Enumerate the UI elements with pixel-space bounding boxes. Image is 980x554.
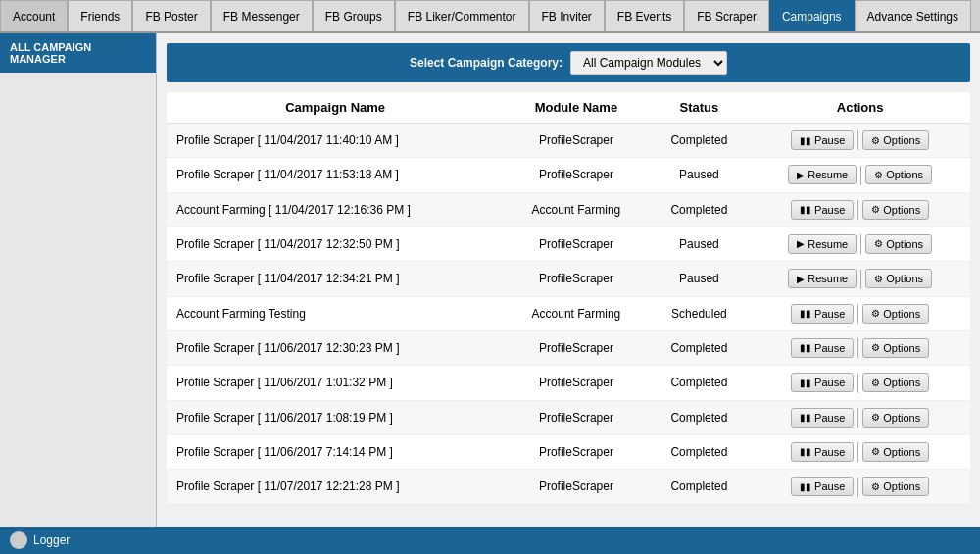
actions-cell: ▮▮Pause⚙Options [750,192,970,227]
pause-button[interactable]: ▮▮Pause [791,200,854,220]
pause-button[interactable]: ▮▮Pause [791,408,854,428]
gear-icon: ⚙ [871,308,880,319]
nav-tab-campaigns[interactable]: Campaigns [769,0,855,31]
table-row: Profile Scraper [ 11/06/2017 1:08:19 PM … [167,400,970,434]
logger-label: Logger [33,533,70,547]
gear-icon: ⚙ [871,135,880,146]
action-divider [860,166,861,185]
campaign-name: Account Farming [ 11/04/2017 12:16:36 PM… [167,192,504,227]
campaign-name: Profile Scraper [ 11/04/2017 11:53:18 AM… [167,158,504,192]
options-button[interactable]: ⚙Options [862,442,929,462]
pause-button[interactable]: ▮▮Pause [791,338,854,358]
options-button[interactable]: ⚙Options [862,408,929,428]
action-divider [858,304,858,324]
action-divider [858,408,858,428]
action-divider [858,338,858,358]
gear-icon: ⚙ [871,446,880,457]
category-select[interactable]: All Campaign ModulesProfileScraperAccoun… [570,51,727,75]
pause-icon: ▮▮ [800,412,811,423]
actions-cell: ▮▮Pause⚙Options [750,366,970,400]
gear-icon: ⚙ [874,170,883,180]
resume-button[interactable]: ▶Resume [788,165,857,184]
campaign-name: Profile Scraper [ 11/06/2017 7:14:14 PM … [167,434,504,469]
nav-tab-fb-messenger[interactable]: FB Messenger [211,0,313,31]
top-navigation: AccountFriendsFB PosterFB MessengerFB Gr… [0,0,980,33]
table-row: Profile Scraper [ 11/04/2017 11:53:18 AM… [167,158,970,192]
category-label: Select Campaign Category: [410,56,563,70]
nav-tab-fb-groups[interactable]: FB Groups [313,0,395,31]
pause-button[interactable]: ▮▮Pause [791,477,854,496]
module-name: ProfileScraper [504,262,648,296]
resume-icon: ▶ [797,238,805,249]
actions-cell: ▮▮Pause⚙Options [750,470,970,504]
table-row: Account Farming [ 11/04/2017 12:16:36 PM… [167,192,970,227]
action-divider [860,234,861,254]
pause-button[interactable]: ▮▮Pause [791,304,854,324]
status-badge: Completed [649,192,751,227]
status-badge: Completed [649,124,751,158]
col-header-actions: Actions [750,92,970,124]
pause-icon: ▮▮ [800,204,811,215]
options-button[interactable]: ⚙Options [862,373,929,392]
pause-icon: ▮▮ [800,342,811,353]
module-name: ProfileScraper [504,366,648,400]
campaign-table: Campaign NameModule NameStatusActions Pr… [167,92,970,505]
options-button[interactable]: ⚙Options [862,477,929,496]
pause-icon: ▮▮ [800,135,811,146]
options-button[interactable]: ⚙Options [865,234,932,254]
table-row: Profile Scraper [ 11/04/2017 12:32:50 PM… [167,227,970,261]
pause-button[interactable]: ▮▮Pause [791,442,854,462]
module-name: ProfileScraper [504,227,648,261]
nav-tab-advance-settings[interactable]: Advance Settings [855,0,971,31]
pause-icon: ▮▮ [800,378,811,388]
campaign-name: Profile Scraper [ 11/06/2017 12:30:23 PM… [167,330,504,365]
pause-button[interactable]: ▮▮Pause [791,130,854,150]
table-row: Profile Scraper [ 11/07/2017 12:21:28 PM… [167,470,970,504]
campaign-name: Profile Scraper [ 11/04/2017 11:40:10 AM… [167,124,504,158]
nav-tab-fb-liker/commentor[interactable]: FB Liker/Commentor [395,0,529,31]
pause-icon: ▮▮ [800,308,811,319]
options-button[interactable]: ⚙Options [862,130,929,150]
module-name: ProfileScraper [504,124,648,158]
col-header-module-name: Module Name [504,92,648,124]
resume-button[interactable]: ▶Resume [788,269,857,288]
category-bar: Select Campaign Category: All Campaign M… [167,43,970,82]
pause-button[interactable]: ▮▮Pause [791,373,854,392]
nav-tab-friends[interactable]: Friends [68,0,132,31]
gear-icon: ⚙ [874,238,883,249]
gear-icon: ⚙ [874,274,883,284]
gear-icon: ⚙ [871,342,880,353]
options-button[interactable]: ⚙Options [865,269,932,288]
nav-tab-fb-scraper[interactable]: FB Scraper [684,0,769,31]
nav-tab-fb-events[interactable]: FB Events [605,0,684,31]
options-button[interactable]: ⚙Options [862,338,929,358]
action-divider [858,478,858,497]
nav-tab-account[interactable]: Account [0,0,68,31]
module-name: ProfileScraper [504,400,648,434]
action-divider [858,442,858,462]
status-badge: Completed [649,330,751,365]
gear-icon: ⚙ [871,204,880,215]
actions-cell: ▮▮Pause⚙Options [750,124,970,158]
options-button[interactable]: ⚙Options [865,165,932,184]
col-header-status: Status [649,92,751,124]
actions-cell: ▶Resume⚙Options [750,158,970,192]
status-badge: Paused [649,158,751,192]
campaign-name: Account Farming Testing [167,296,504,330]
options-button[interactable]: ⚙Options [862,304,929,324]
gear-icon: ⚙ [871,378,880,388]
nav-tab-fb-inviter[interactable]: FB Inviter [529,0,605,31]
nav-tab-fb-poster[interactable]: FB Poster [132,0,210,31]
resume-button[interactable]: ▶Resume [788,234,857,254]
table-row: Profile Scraper [ 11/06/2017 7:14:14 PM … [167,434,970,469]
actions-cell: ▮▮Pause⚙Options [750,400,970,434]
status-badge: Completed [649,434,751,469]
status-badge: Scheduled [649,296,751,330]
table-body: Profile Scraper [ 11/04/2017 11:40:10 AM… [167,124,970,505]
table-row: Profile Scraper [ 11/06/2017 12:30:23 PM… [167,330,970,365]
bottom-bar: Logger [0,527,980,554]
options-button[interactable]: ⚙Options [862,200,929,220]
pause-icon: ▮▮ [800,481,811,492]
module-name: ProfileScraper [504,330,648,365]
resume-icon: ▶ [797,274,805,284]
